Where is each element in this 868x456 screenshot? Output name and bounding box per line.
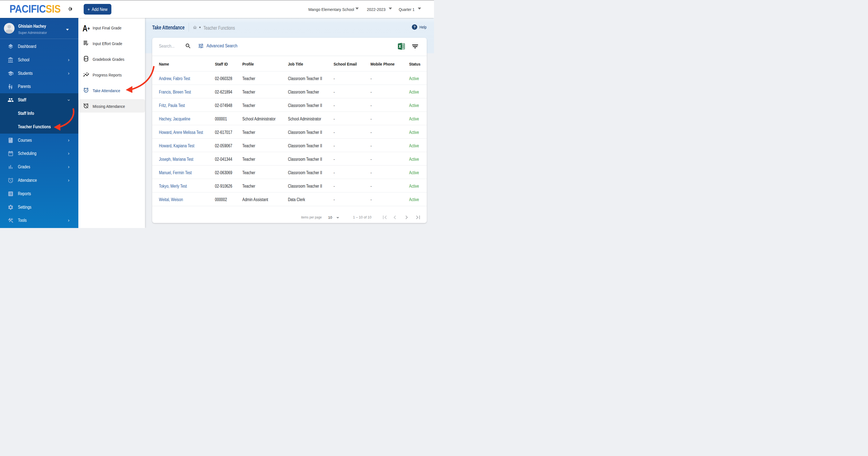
- svg-text:?: ?: [413, 25, 415, 29]
- svg-text:A+: A+: [85, 57, 88, 60]
